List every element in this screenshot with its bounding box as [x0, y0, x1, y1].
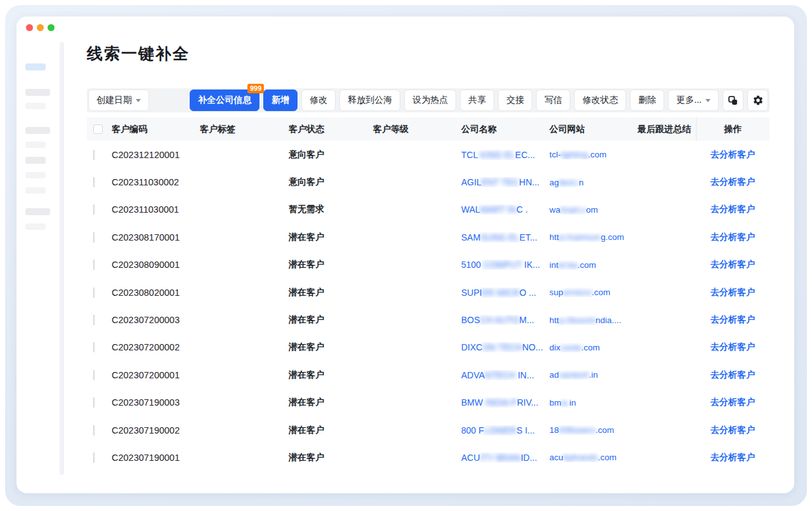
select-all-checkbox[interactable]	[93, 124, 103, 134]
zoom-window-button[interactable]	[48, 24, 55, 31]
customer-code: C202307200001	[112, 370, 200, 380]
company-name-link[interactable]: 800 FLOWERS I...	[461, 425, 549, 435]
column-header-company-name[interactable]: 公司名称	[461, 117, 549, 141]
sidebar-placeholder[interactable]	[25, 157, 46, 164]
row-checkbox[interactable]	[93, 425, 95, 435]
company-website-link[interactable]: tcl-lighting.com	[549, 150, 638, 159]
share-button[interactable]: 共享	[460, 90, 494, 111]
website-redacted: el-ba	[558, 260, 577, 270]
company-name-visible: IN...	[518, 370, 534, 380]
analyze-customer-link[interactable]: 去分析客户	[710, 204, 755, 214]
website-redacted: ermicro	[563, 288, 592, 297]
row-checkbox[interactable]	[93, 150, 95, 160]
analyze-customer-link[interactable]: 去分析客户	[710, 452, 755, 462]
company-name-visible: WAL	[461, 204, 480, 215]
analyze-customer-link[interactable]: 去分析客户	[710, 342, 755, 352]
sidebar-placeholder[interactable]	[25, 208, 50, 215]
company-name-visible: RIV...	[517, 397, 539, 408]
sidebar-placeholder[interactable]	[25, 223, 46, 230]
row-checkbox[interactable]	[93, 260, 95, 270]
analyze-customer-link[interactable]: 去分析客户	[710, 314, 755, 324]
sidebar-placeholder[interactable]	[25, 127, 50, 134]
settings-button[interactable]	[747, 90, 768, 111]
analyze-customer-link[interactable]: 去分析客户	[710, 232, 755, 242]
company-website-link[interactable]: http://boschindia....	[549, 315, 638, 325]
company-name-link[interactable]: 5100 COMPUT IK...	[461, 260, 549, 270]
website-redacted: lighting	[561, 150, 588, 159]
chevron-down-icon	[136, 99, 141, 102]
row-checkbox[interactable]	[93, 177, 95, 187]
analyze-customer-link[interactable]: 去分析客户	[710, 397, 755, 407]
handover-button[interactable]: 交接	[498, 90, 532, 111]
row-checkbox[interactable]	[93, 288, 95, 298]
website-visible: .com	[588, 150, 606, 159]
sidebar-item-active[interactable]	[25, 63, 46, 70]
company-name-link[interactable]: SAMSUNG ELET...	[461, 232, 549, 242]
layout-switch-button[interactable]	[723, 90, 743, 111]
company-name-link[interactable]: AGILENT TECHN...	[461, 177, 549, 187]
delete-button[interactable]: 删除	[630, 90, 664, 111]
analyze-customer-link[interactable]: 去分析客户	[710, 259, 755, 269]
website-redacted: vantech	[559, 370, 589, 380]
customer-status: 潜在客户	[289, 314, 373, 326]
company-name-link[interactable]: SUPIER MICRO ...	[461, 288, 549, 298]
row-checkbox[interactable]	[93, 204, 95, 215]
company-name-link[interactable]: BOSCH AUTOM...	[461, 315, 549, 325]
row-checkbox[interactable]	[93, 397, 95, 408]
row-checkbox[interactable]	[93, 342, 95, 352]
create-date-filter-dropdown[interactable]: 创建日期	[88, 90, 149, 111]
company-name-link[interactable]: TCL KING ELEC...	[461, 150, 549, 160]
analyze-customer-link[interactable]: 去分析客户	[710, 176, 755, 187]
company-website-link[interactable]: 1800flowers.com	[549, 425, 638, 435]
analyze-customer-link[interactable]: 去分析客户	[710, 369, 755, 380]
analyze-customer-link[interactable]: 去分析客户	[710, 287, 755, 297]
company-website-link[interactable]: supermicro.com	[549, 288, 638, 297]
sidebar-placeholder[interactable]	[25, 172, 46, 178]
company-name-link[interactable]: ACUITY BRANID...	[461, 453, 549, 463]
row-checkbox[interactable]	[93, 453, 95, 463]
company-website-link[interactable]: bmw.in	[549, 398, 638, 408]
column-header-customer-status[interactable]: 客户状态	[289, 117, 373, 141]
company-website-link[interactable]: http://samsung.com	[549, 232, 638, 242]
close-window-button[interactable]	[26, 24, 33, 31]
sidebar-placeholder[interactable]	[25, 89, 50, 96]
sidebar-placeholder[interactable]	[25, 187, 46, 194]
minimize-window-button[interactable]	[37, 24, 44, 31]
edit-button[interactable]: 修改	[301, 90, 336, 111]
analyze-customer-link[interactable]: 去分析客户	[710, 425, 755, 435]
row-checkbox[interactable]	[93, 315, 95, 325]
release-to-pool-button[interactable]: 释放到公海	[339, 90, 400, 111]
company-name-link[interactable]: BMW INDIA PRIV...	[461, 397, 549, 408]
company-name-visible: ACU	[461, 453, 480, 463]
sidebar-placeholder[interactable]	[25, 142, 46, 148]
change-status-button[interactable]: 修改状态	[574, 90, 626, 111]
company-website-link[interactable]: agilent.in	[549, 178, 638, 187]
company-name-visible: 5100	[461, 260, 483, 270]
company-name-link[interactable]: DIXCON TECHNO...	[461, 342, 549, 352]
column-header-customer-code[interactable]: 客户编码	[112, 117, 200, 141]
sidebar-placeholder[interactable]	[25, 103, 46, 109]
company-website-link[interactable]: intel-ba.com	[549, 260, 638, 270]
column-header-customer-level[interactable]: 客户等级	[373, 117, 461, 141]
set-hotspot-button[interactable]: 设为热点	[404, 90, 456, 111]
column-header-customer-tag[interactable]: 客户标签	[200, 117, 289, 141]
company-website-link[interactable]: dixconte.com	[549, 343, 638, 352]
write-email-button[interactable]: 写信	[536, 90, 570, 111]
website-visible: tcl-	[549, 150, 561, 159]
company-website-link[interactable]: acuitybrands.com	[549, 453, 638, 462]
analyze-customer-link[interactable]: 去分析客户	[710, 149, 755, 159]
company-name-visible: BMW	[461, 397, 485, 408]
row-checkbox[interactable]	[93, 370, 95, 380]
company-website-link[interactable]: walmart.com	[549, 205, 638, 215]
more-dropdown[interactable]: 更多...	[668, 90, 719, 111]
column-header-company-website[interactable]: 公司网站	[549, 117, 638, 141]
company-name-visible: NO...	[522, 342, 543, 352]
company-name-link[interactable]: WALMART INC .	[461, 204, 549, 215]
add-button[interactable]: 新增	[263, 90, 298, 111]
website-redacted: lmart.c	[560, 205, 586, 215]
table-header: 客户编码 客户标签 客户状态 客户等级 公司名称 公司网站 最后跟进总结 操作	[87, 117, 769, 141]
company-website-link[interactable]: advantech.in	[549, 370, 638, 380]
column-header-last-followup[interactable]: 最后跟进总结	[638, 117, 696, 141]
company-name-link[interactable]: ADVANTECH IN...	[461, 370, 549, 380]
row-checkbox[interactable]	[93, 232, 95, 242]
